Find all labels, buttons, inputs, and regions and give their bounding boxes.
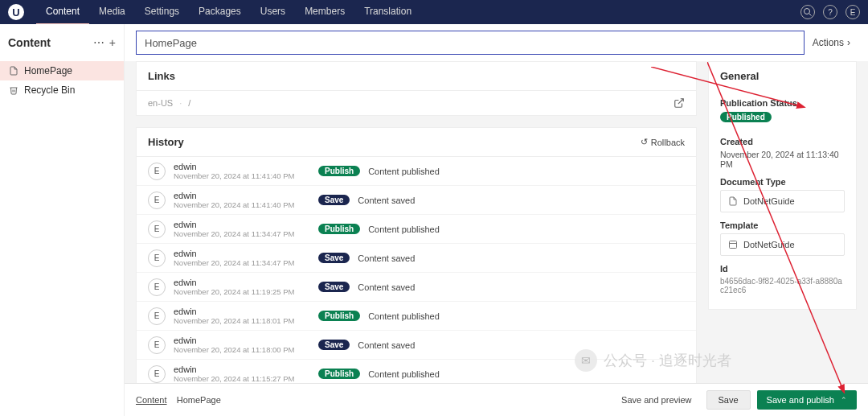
created-value: November 20, 2024 at 11:13:40 PM [720, 150, 845, 169]
svg-line-1 [809, 14, 812, 16]
template-link[interactable]: DotNetGuide [720, 233, 845, 256]
history-badge: Publish [318, 311, 360, 321]
history-message: Content published [368, 311, 440, 321]
history-badge: Save [318, 340, 350, 350]
save-and-publish-button[interactable]: Save and publish ⌃ [757, 390, 857, 410]
avatar: E [148, 278, 166, 296]
avatar: E [148, 220, 166, 238]
avatar: E [148, 163, 166, 180]
sidebar-title: Content [8, 36, 51, 49]
history-time: November 20, 2024 at 11:41:40 PM [174, 200, 310, 209]
history-panel: History ↺ Rollback EedwinNovember 20, 20… [136, 127, 697, 383]
tree-item-recycle-bin[interactable]: Recycle Bin [0, 80, 124, 100]
history-badge: Publish [318, 369, 360, 379]
history-title: History [148, 136, 184, 148]
rollback-icon: ↺ [641, 137, 648, 147]
breadcrumb: Content HomePage [136, 395, 221, 405]
history-user: edwin [174, 191, 310, 200]
history-badge: Publish [318, 224, 360, 234]
topnav-members[interactable]: Members [295, 0, 354, 25]
save-button[interactable]: Save [706, 390, 751, 410]
rollback-button[interactable]: ↺ Rollback [641, 137, 685, 147]
history-message: Content saved [358, 253, 415, 263]
topbar-nav: ContentMediaSettingsPackagesUsersMembers… [36, 0, 421, 25]
pubstatus-badge: Published [720, 112, 772, 122]
id-label: Id [720, 264, 845, 274]
history-time: November 20, 2024 at 11:18:01 PM [174, 316, 310, 325]
links-locale: en-US [148, 98, 173, 108]
topnav-packages[interactable]: Packages [189, 0, 251, 25]
created-label: Created [720, 137, 845, 146]
tree-item-label: HomePage [24, 65, 72, 76]
avatar: E [148, 365, 166, 383]
history-row: EedwinNovember 20, 2024 at 11:41:40 PMPu… [137, 156, 696, 185]
sidebar-more-icon[interactable]: ⋯ [93, 36, 104, 49]
history-time: November 20, 2024 at 11:19:25 PM [174, 287, 310, 296]
history-time: November 20, 2024 at 11:34:47 PM [174, 258, 310, 267]
chevron-right-icon: › [847, 37, 850, 48]
links-title: Links [137, 62, 696, 90]
avatar: E [148, 249, 166, 267]
avatar: E [148, 192, 166, 209]
history-row: EedwinNovember 20, 2024 at 11:15:27 PMPu… [137, 359, 696, 383]
history-row: EedwinNovember 20, 2024 at 11:18:00 PMSa… [137, 330, 696, 359]
general-panel: General Publication Status Published Cre… [708, 61, 857, 310]
history-badge: Save [318, 195, 350, 205]
history-time: November 20, 2024 at 11:15:27 PM [174, 374, 310, 383]
history-message: Content published [368, 167, 440, 176]
breadcrumb-root[interactable]: Content [136, 395, 167, 405]
svg-point-0 [805, 9, 810, 14]
history-message: Content saved [358, 282, 415, 292]
history-row: EedwinNovember 20, 2024 at 11:41:40 PMSa… [137, 185, 696, 214]
trash-icon [8, 84, 19, 96]
save-and-preview-button[interactable]: Save and preview [613, 390, 699, 410]
file-icon [8, 65, 19, 76]
tree-item-label: Recycle Bin [24, 84, 75, 96]
sidebar-add-icon[interactable]: + [109, 36, 116, 49]
save-and-publish-label: Save and publish [767, 395, 834, 405]
history-user: edwin [174, 249, 310, 258]
links-path: / [188, 98, 190, 108]
history-user: edwin [174, 162, 310, 171]
general-title: General [709, 62, 856, 90]
node-name-input[interactable] [136, 31, 805, 55]
user-avatar[interactable]: E [845, 5, 860, 19]
doctype-link[interactable]: DotNetGuide [720, 190, 845, 212]
history-time: November 20, 2024 at 11:34:47 PM [174, 229, 310, 238]
id-value: b4656dac-9f82-4025-a33f-a8880ac21ec6 [720, 277, 845, 294]
topnav-users[interactable]: Users [251, 0, 295, 25]
tree-item-homepage[interactable]: HomePage [0, 61, 124, 80]
svg-line-2 [678, 99, 683, 104]
history-message: Content published [368, 369, 440, 379]
history-user: edwin [174, 278, 310, 287]
history-user: edwin [174, 336, 310, 345]
doctype-icon [727, 196, 739, 207]
topnav-settings[interactable]: Settings [135, 0, 189, 25]
template-label: Template [720, 220, 845, 230]
topnav-translation[interactable]: Translation [354, 0, 421, 25]
avatar: E [148, 336, 166, 354]
search-icon[interactable] [800, 5, 815, 19]
topnav-media[interactable]: Media [89, 0, 135, 25]
doctype-value: DotNetGuide [743, 196, 795, 206]
actions-menu[interactable]: Actions › [813, 37, 857, 48]
history-user: edwin [174, 365, 310, 374]
history-time: November 20, 2024 at 11:41:40 PM [174, 171, 310, 180]
open-external-icon[interactable] [674, 97, 685, 109]
topnav-content[interactable]: Content [36, 0, 89, 25]
history-user: edwin [174, 220, 310, 229]
brand-logo[interactable]: U [8, 4, 24, 20]
breadcrumb-current: HomePage [177, 395, 221, 405]
history-time: November 20, 2024 at 11:18:00 PM [174, 345, 310, 354]
help-icon[interactable]: ? [823, 5, 837, 19]
history-row: EedwinNovember 20, 2024 at 11:19:25 PMSa… [137, 272, 696, 301]
history-message: Content saved [358, 340, 415, 350]
history-badge: Publish [318, 166, 360, 176]
history-badge: Save [318, 253, 350, 263]
history-message: Content saved [358, 196, 415, 205]
history-badge: Save [318, 282, 350, 292]
footer-bar: Content HomePage Save and preview Save S… [125, 383, 868, 416]
actions-label: Actions [813, 37, 844, 48]
topbar: U ContentMediaSettingsPackagesUsersMembe… [0, 0, 868, 24]
doctype-label: Document Type [720, 177, 845, 187]
